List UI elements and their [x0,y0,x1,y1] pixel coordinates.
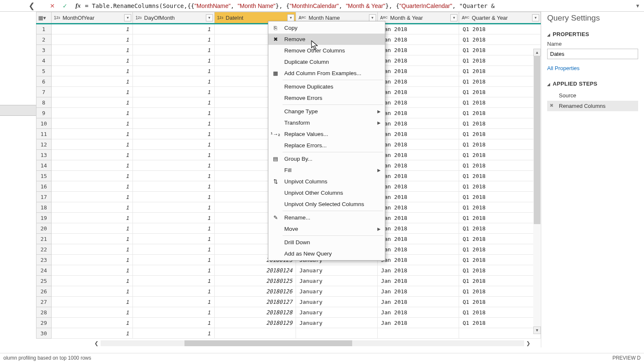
menu-remove[interactable]: ✖Remove [268,34,385,45]
cell[interactable]: 1 [51,328,133,339]
cell[interactable]: 1 [133,66,215,76]
row-number[interactable]: 22 [36,244,52,255]
row-number[interactable]: 23 [36,255,52,265]
column-filter-icon[interactable]: ▼ [532,14,539,21]
cell[interactable]: 1 [133,118,215,129]
cell[interactable]: Q1 2018 [459,307,541,318]
cell[interactable]: Jan 2018 [377,129,459,139]
menu-replace-errors[interactable]: Replace Errors... [268,140,385,151]
cell[interactable]: Jan 2018 [377,87,459,97]
cell[interactable]: Q1 2018 [459,129,541,139]
row-number[interactable]: 9 [36,108,52,118]
cell[interactable]: 1 [133,139,215,150]
cancel-icon[interactable]: ✕ [46,0,59,12]
row-number[interactable]: 16 [36,181,52,192]
cell[interactable]: 1 [133,76,215,87]
table-row[interactable]: 251120180125JanuaryJan 2018Q1 2018 [36,276,541,286]
menu-remove-errors[interactable]: Remove Errors [268,92,385,104]
applied-steps-section[interactable]: APPLIED STEPS [547,81,638,87]
column-header-quarter-&-year[interactable]: ABCQuarter & Year▼ [459,12,541,24]
menu-duplicate-column[interactable]: Duplicate Column [268,56,385,68]
row-number[interactable]: 11 [36,129,52,139]
cell[interactable]: Q1 2018 [459,139,541,150]
row-number[interactable]: 19 [36,213,52,223]
table-corner[interactable]: ▦▾ [36,12,52,24]
cell[interactable]: 1 [51,160,133,171]
cell[interactable]: Q1 2018 [459,87,541,97]
menu-fill[interactable]: Fill▶ [268,165,385,176]
scroll-right-icon[interactable]: ❯ [524,339,532,347]
menu-remove-other-columns[interactable]: Remove Other Columns [268,45,385,56]
cell[interactable]: Jan 2018 [377,244,459,255]
cell[interactable]: 20180126 [214,286,296,297]
cell[interactable]: 20180127 [214,297,296,307]
cell[interactable]: 1 [51,55,133,66]
cell[interactable]: 1 [133,307,215,318]
cell[interactable]: 1 [51,34,133,45]
row-number[interactable]: 24 [36,265,52,276]
cell[interactable]: Jan 2018 [377,255,459,265]
horizontal-scrollbar[interactable]: ❮ ❯ [92,339,532,347]
cell[interactable] [377,328,459,339]
scroll-down-icon[interactable]: ▼ [533,326,541,334]
cell[interactable]: 1 [133,45,215,55]
cell[interactable]: 1 [133,87,215,97]
cell[interactable]: Q1 2018 [459,45,541,55]
scroll-thumb[interactable] [534,56,540,224]
column-header-month-&-year[interactable]: ABCMonth & Year▼ [377,12,459,24]
cell[interactable]: January [296,318,378,328]
cell[interactable]: Jan 2018 [377,24,459,34]
cell[interactable]: Jan 2018 [377,297,459,307]
menu-rename[interactable]: ✎Rename... [268,212,385,223]
cell[interactable]: Q1 2018 [459,160,541,171]
cell[interactable]: 1 [51,171,133,181]
cell[interactable]: Q1 2018 [459,108,541,118]
cell[interactable]: 1 [51,307,133,318]
column-filter-icon[interactable]: ▼ [369,14,376,21]
cell[interactable]: Jan 2018 [377,45,459,55]
cell[interactable]: Q1 2018 [459,244,541,255]
cell[interactable]: Jan 2018 [377,97,459,108]
cell[interactable]: Q1 2018 [459,76,541,87]
table-row[interactable]: 261120180126JanuaryJan 2018Q1 2018 [36,286,541,297]
cell[interactable]: Jan 2018 [377,76,459,87]
row-number[interactable]: 21 [36,234,52,244]
scroll-left-icon[interactable]: ❮ [92,339,101,347]
row-number[interactable]: 12 [36,139,52,150]
cell[interactable]: 1 [133,150,215,160]
menu-change-type[interactable]: Change Type▶ [268,106,385,117]
cell[interactable]: Q1 2018 [459,223,541,234]
cell[interactable]: 1 [133,286,215,297]
row-number[interactable]: 8 [36,97,52,108]
row-number[interactable]: 18 [36,202,52,213]
cell[interactable]: Jan 2018 [377,276,459,286]
cell[interactable]: 1 [51,118,133,129]
cell[interactable]: Jan 2018 [377,150,459,160]
all-properties-link[interactable]: All Properties [547,65,638,71]
cell[interactable]: 1 [133,129,215,139]
cell[interactable]: 1 [133,318,215,328]
cell[interactable]: Jan 2018 [377,34,459,45]
row-number[interactable]: 4 [36,55,52,66]
cell[interactable]: 1 [51,181,133,192]
cell[interactable]: 1 [51,87,133,97]
cell[interactable]: Q1 2018 [459,171,541,181]
cell[interactable]: Jan 2018 [377,265,459,276]
cell[interactable]: 1 [133,97,215,108]
cell[interactable]: 1 [133,192,215,202]
cell[interactable]: 1 [133,202,215,213]
cell[interactable]: 1 [133,171,215,181]
cell[interactable]: 1 [51,297,133,307]
menu-add-column-from-examples[interactable]: ▦Add Column From Examples... [268,68,385,79]
menu-group-by[interactable]: ▤Group By... [268,153,385,165]
cell[interactable]: Q1 2018 [459,66,541,76]
cell[interactable]: Q1 2018 [459,318,541,328]
row-number[interactable]: 17 [36,192,52,202]
row-number[interactable]: 13 [36,150,52,160]
cell[interactable]: 1 [51,129,133,139]
row-number[interactable]: 6 [36,76,52,87]
row-number[interactable]: 15 [36,171,52,181]
hscroll-thumb[interactable] [184,340,352,346]
cell[interactable]: Jan 2018 [377,108,459,118]
formula-input[interactable]: = Table.RenameColumns(Source,{{"MonthNam… [85,3,632,9]
